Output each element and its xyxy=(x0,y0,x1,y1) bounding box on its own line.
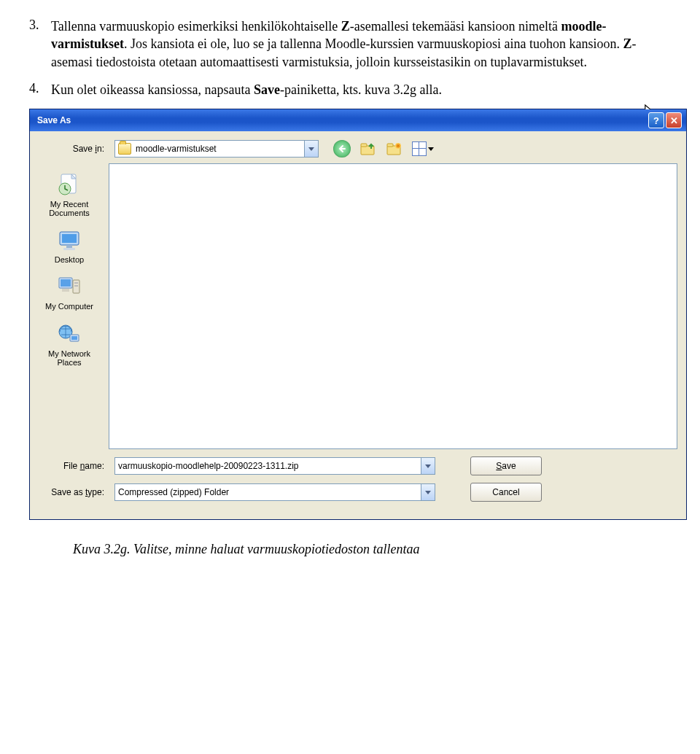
up-one-level-button[interactable] xyxy=(359,140,377,158)
filename-input[interactable]: varmuuskopio-moodlehelp-20090223-1311.zi… xyxy=(114,457,435,475)
item-text: Kun olet oikeassa kansiossa, napsauta Sa… xyxy=(51,81,671,98)
figure-caption: Kuva 3.2g. Valitse, minne haluat varmuus… xyxy=(29,542,671,557)
recent-documents-icon xyxy=(55,172,83,197)
filename-label: File name: xyxy=(39,461,109,471)
place-recent[interactable]: My Recent Documents xyxy=(34,168,104,222)
save-in-label: Save in: xyxy=(39,144,109,154)
instruction-list: 3. Tallenna varmuuskopio esimerkiksi hen… xyxy=(29,18,671,98)
save-type-label: Save as type: xyxy=(39,487,109,497)
text: Save xyxy=(73,144,96,154)
desktop-icon xyxy=(55,228,83,252)
dropdown-icon[interactable] xyxy=(421,484,435,500)
views-icon xyxy=(412,141,427,156)
text: . Jos kansiota ei ole, luo se ja tallenn… xyxy=(124,36,623,51)
network-places-icon xyxy=(55,322,83,346)
file-list-area[interactable] xyxy=(109,163,677,449)
text: Kun olet oikeassa kansiossa, napsauta xyxy=(51,82,254,97)
dialog-bottom: File name: varmuuskopio-moodlehelp-20090… xyxy=(30,449,686,519)
close-button[interactable]: ✕ xyxy=(666,112,682,128)
svg-rect-19 xyxy=(71,336,77,340)
my-computer-icon xyxy=(55,274,83,299)
svg-rect-16 xyxy=(62,289,69,292)
svg-rect-15 xyxy=(74,285,78,287)
svg-rect-3 xyxy=(387,144,393,147)
save-type-value: Compressed (zipped) Folder xyxy=(118,487,229,497)
svg-rect-10 xyxy=(63,248,75,250)
filename-value: varmuuskopio-moodlehelp-20090223-1311.zi… xyxy=(118,461,299,471)
folder-up-icon xyxy=(360,141,376,156)
place-label: My Network Places xyxy=(36,349,103,367)
dialog-body: My Recent Documents Desktop xyxy=(30,163,686,449)
folder-icon xyxy=(118,143,131,155)
save-in-value: moodle-varmistukset xyxy=(136,144,217,154)
text: -painiketta, kts. kuva 3.2g alla. xyxy=(280,82,442,97)
place-label: My Computer xyxy=(36,302,103,311)
place-desktop[interactable]: Desktop xyxy=(34,223,104,268)
dialog-titlebar[interactable]: Save As ? ✕ xyxy=(30,109,686,131)
save-type-combo[interactable]: Compressed (zipped) Folder xyxy=(114,483,435,501)
place-label: Desktop xyxy=(36,255,103,264)
dropdown-icon[interactable] xyxy=(421,458,435,474)
svg-rect-0 xyxy=(361,146,374,155)
dropdown-icon[interactable] xyxy=(304,141,318,157)
text: File xyxy=(63,461,80,471)
dialog-toolbar: Save in: moodle-varmistukset xyxy=(30,131,686,163)
text: ype: xyxy=(88,487,104,497)
views-menu-button[interactable] xyxy=(412,141,434,156)
svg-rect-1 xyxy=(361,144,367,147)
svg-rect-14 xyxy=(74,282,78,284)
list-item-3: 3. Tallenna varmuuskopio esimerkiksi hen… xyxy=(29,18,671,71)
place-network[interactable]: My Network Places xyxy=(34,317,104,371)
text: -asemallesi tekemääsi kansioon nimeltä xyxy=(350,19,561,34)
item-number: 4. xyxy=(29,81,51,98)
text: ame: xyxy=(85,461,104,471)
new-folder-button[interactable] xyxy=(386,140,403,158)
list-item-4: 4. Kun olet oikeassa kansiossa, napsauta… xyxy=(29,81,671,98)
help-button[interactable]: ? xyxy=(648,112,664,128)
save-as-dialog: Save As ? ✕ Save in: moodle-varmistukset xyxy=(29,109,687,520)
bold-save: Save xyxy=(254,82,280,97)
text: Save as xyxy=(51,487,85,497)
place-my-computer[interactable]: My Computer xyxy=(34,270,104,315)
nav-buttons xyxy=(333,140,434,158)
svg-rect-12 xyxy=(61,279,71,287)
dialog-title: Save As xyxy=(37,115,71,125)
text: ave xyxy=(502,461,516,471)
item-text: Tallenna varmuuskopio esimerkiksi henkil… xyxy=(51,18,671,71)
places-bar: My Recent Documents Desktop xyxy=(30,163,109,449)
back-button[interactable] xyxy=(333,140,351,158)
text: n: xyxy=(97,144,104,154)
save-button[interactable]: Save xyxy=(470,456,542,475)
cancel-button[interactable]: Cancel xyxy=(470,483,542,502)
arrow-left-icon xyxy=(338,144,346,153)
item-number: 3. xyxy=(29,18,51,71)
bold-z2: Z xyxy=(623,36,631,51)
place-label: My Recent Documents xyxy=(36,200,103,217)
text: Cancel xyxy=(492,487,519,497)
bold-z: Z xyxy=(341,19,350,34)
text: Tallenna varmuuskopio esimerkiksi henkil… xyxy=(51,19,341,34)
svg-rect-9 xyxy=(66,245,72,248)
folder-new-icon xyxy=(386,141,402,156)
chevron-down-icon xyxy=(428,147,434,151)
save-in-combo[interactable]: moodle-varmistukset xyxy=(114,140,319,158)
svg-rect-8 xyxy=(62,234,77,243)
